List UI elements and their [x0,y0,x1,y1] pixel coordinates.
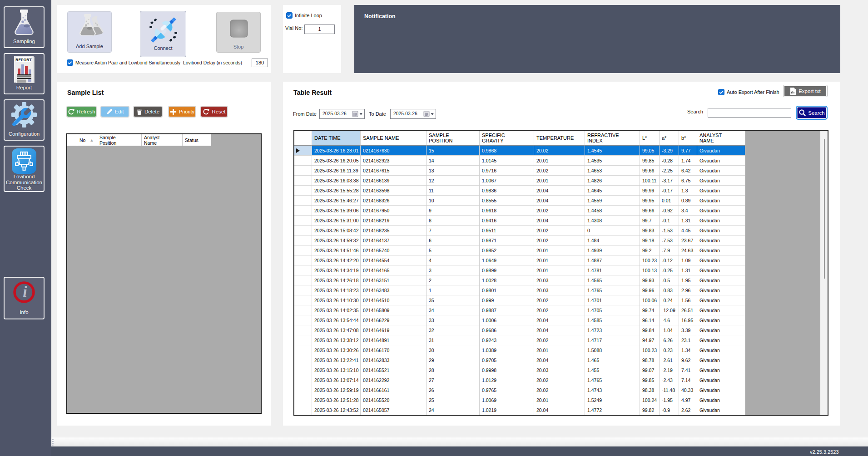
svg-text:i: i [23,283,27,300]
svg-text:REPORT: REPORT [15,58,31,62]
